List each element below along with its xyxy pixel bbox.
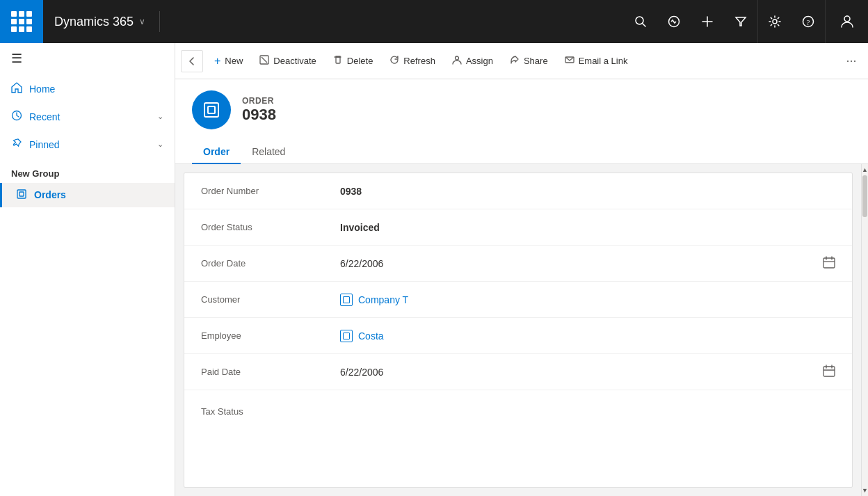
more-icon: ···	[846, 54, 856, 68]
profile-icon	[840, 15, 854, 29]
search-button[interactable]	[624, 0, 657, 43]
sidebar-item-home[interactable]: Home	[0, 75, 175, 103]
brand-chevron-icon: ∨	[139, 17, 145, 26]
customer-entity-icon-inner	[343, 296, 350, 303]
pinned-icon	[11, 138, 22, 152]
filter-button[interactable]	[724, 0, 757, 43]
help-icon: ?	[802, 15, 814, 28]
paid-date-label: Paid Date	[201, 367, 340, 377]
order-date-value: 6/22/2006	[340, 258, 823, 269]
tab-related[interactable]: Related	[241, 141, 296, 164]
deactivate-label: Deactivate	[273, 56, 316, 66]
customer-value[interactable]: Company T	[340, 294, 835, 306]
apps-button[interactable]	[0, 0, 43, 43]
sidebar-item-orders[interactable]: Orders	[0, 183, 175, 207]
share-icon	[510, 55, 520, 67]
help-button[interactable]: ?	[791, 0, 825, 43]
share-label: Share	[524, 56, 548, 66]
customer-entity-icon	[340, 294, 353, 306]
sidebar-item-orders-label: Orders	[34, 189, 66, 200]
sidebar-hamburger-button[interactable]: ☰	[0, 43, 175, 75]
back-button[interactable]	[181, 50, 203, 72]
recent-icon	[11, 110, 22, 124]
scroll-up-button[interactable]: ▲	[862, 164, 868, 175]
field-order-number: Order Number 0938	[184, 173, 852, 209]
field-customer: Customer Company T	[184, 282, 852, 318]
brand-title[interactable]: Dynamics 365 ∨	[43, 15, 156, 29]
more-button[interactable]: ···	[840, 50, 862, 72]
svg-point-6	[773, 19, 777, 24]
paid-date-value: 6/22/2006	[340, 367, 823, 378]
assign-icon	[452, 55, 462, 67]
svg-rect-19	[823, 258, 835, 268]
order-avatar-icon	[202, 101, 220, 119]
scroll-down-button[interactable]: ▼	[862, 485, 868, 496]
field-order-date: Order Date 6/22/2006	[184, 246, 852, 282]
new-button[interactable]: + New	[206, 49, 251, 74]
paid-date-calendar-button[interactable]	[823, 365, 835, 380]
tabs: Order Related	[192, 141, 851, 163]
order-date-label: Order Date	[201, 258, 340, 269]
main-layout: ☰ Home Recent ⌄ Pinned ⌄ New Group	[0, 43, 868, 496]
svg-line-1	[643, 24, 646, 27]
filter-icon	[734, 15, 747, 28]
pinned-chevron-icon: ⌄	[157, 140, 163, 149]
scroll-track	[862, 175, 868, 485]
new-label: New	[225, 56, 243, 66]
record-name: 0938	[242, 106, 276, 124]
content-area: + New Deactivate Delete Refresh	[175, 43, 868, 496]
svg-rect-11	[17, 190, 26, 198]
svg-text:?: ?	[807, 18, 810, 26]
svg-marker-5	[736, 17, 746, 26]
sidebar-item-pinned-label: Pinned	[29, 139, 60, 150]
form-area: Order Number 0938 Order Status Invoiced …	[184, 173, 853, 488]
back-arrow-icon	[188, 57, 196, 65]
order-number-label: Order Number	[201, 186, 340, 196]
scrollbar[interactable]: ▲ ▼	[861, 164, 868, 496]
record-title-area: ORDER 0938	[242, 96, 276, 124]
refresh-button[interactable]: Refresh	[381, 49, 444, 74]
delete-label: Delete	[347, 56, 373, 66]
employee-label: Employee	[201, 330, 340, 341]
delete-icon	[333, 55, 343, 67]
deactivate-button[interactable]: Deactivate	[251, 49, 324, 74]
order-number-value: 0938	[340, 186, 835, 197]
svg-line-14	[262, 57, 267, 63]
scroll-thumb[interactable]	[862, 175, 867, 217]
page-header: ORDER 0938 Order Related	[175, 79, 868, 164]
new-record-button[interactable]	[691, 0, 724, 43]
plus-icon	[701, 15, 714, 28]
settings-button[interactable]	[758, 0, 791, 43]
apps-grid-icon	[11, 11, 32, 32]
form-container: Order Number 0938 Order Status Invoiced …	[175, 164, 868, 496]
activity-button[interactable]	[657, 0, 691, 43]
paid-date-calendar-icon	[823, 365, 835, 377]
record-avatar	[192, 90, 231, 129]
top-nav-icons: ?	[624, 0, 868, 43]
svg-point-15	[455, 56, 458, 60]
nav-divider	[159, 11, 160, 32]
delete-button[interactable]: Delete	[325, 49, 382, 74]
order-date-calendar-button[interactable]	[823, 256, 835, 271]
email-link-label: Email a Link	[579, 56, 628, 66]
email-link-button[interactable]: Email a Link	[556, 49, 636, 74]
employee-value[interactable]: Costa	[340, 330, 835, 342]
refresh-icon	[389, 55, 399, 67]
hamburger-icon: ☰	[11, 51, 163, 67]
calendar-icon	[823, 256, 835, 269]
sidebar-item-pinned[interactable]: Pinned ⌄	[0, 131, 175, 159]
field-order-status: Order Status Invoiced	[184, 209, 852, 246]
activity-icon	[668, 15, 680, 28]
order-status-label: Order Status	[201, 222, 340, 232]
profile-button[interactable]	[825, 0, 868, 43]
assign-button[interactable]: Assign	[444, 49, 501, 74]
recent-chevron-icon: ⌄	[157, 112, 163, 121]
tab-order[interactable]: Order	[192, 141, 241, 164]
record-header: ORDER 0938	[192, 90, 851, 138]
sidebar-group-label: New Group	[0, 159, 175, 183]
employee-entity-icon	[340, 330, 353, 342]
sidebar-item-recent[interactable]: Recent ⌄	[0, 103, 175, 131]
share-button[interactable]: Share	[501, 49, 556, 74]
record-type: ORDER	[242, 96, 276, 106]
field-paid-date: Paid Date 6/22/2006	[184, 354, 852, 390]
